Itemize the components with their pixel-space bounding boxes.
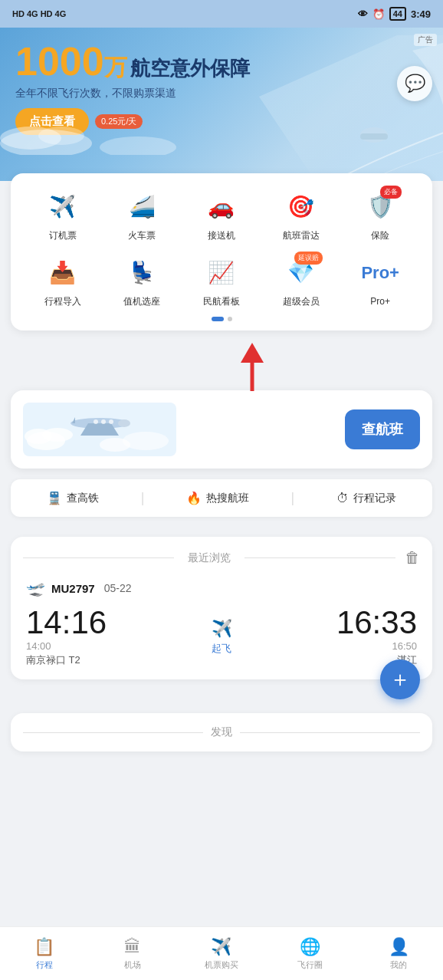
svg-rect-1	[360, 133, 388, 140]
pro-plus-icon: Pro+	[361, 265, 399, 281]
svg-point-21	[94, 419, 98, 424]
nav-mine[interactable]: 👤 我的	[354, 931, 443, 971]
right-divider	[244, 557, 395, 558]
chat-icon: 💬	[405, 74, 425, 94]
insurance-label: 保险	[371, 230, 389, 242]
plus-icon: ＋	[389, 665, 411, 694]
banner: 广告 1000 万 航空意外保障 全年不限飞行次数，不限购票渠道 点击查看 0.…	[0, 28, 443, 181]
nav-airport-icon: 🏛	[124, 937, 141, 957]
banner-price-tag: 0.25元/天	[95, 114, 143, 129]
trip-records-link[interactable]: ⏱ 行程记录	[336, 492, 396, 505]
svg-point-14	[123, 432, 169, 450]
service-grid: ✈️ 订机票 🚄 火车票 🚗 接送机 🎯 航班雷达 🛡️ 必备	[23, 189, 420, 307]
check-train-link[interactable]: 🚆 查高铁	[47, 491, 99, 505]
quick-links: 🚆 查高铁 | 🔥 热搜航班 | ⏱ 行程记录	[11, 479, 432, 517]
service-pro-plus[interactable]: Pro+ Pro+	[340, 255, 420, 308]
flight-date: 05-22	[104, 582, 132, 594]
recent-title: 最近浏览	[180, 551, 238, 565]
recent-browse-section: 最近浏览 🗑 🛫 MU2797 05-22 14:16 14:00 南京禄口 T…	[11, 537, 432, 679]
nav-airport-label: 机场	[124, 959, 141, 971]
banner-wan: 万	[104, 52, 127, 84]
flight-status-block: ✈️ 起飞	[212, 619, 232, 656]
super-vip-icon: 💎	[287, 262, 314, 284]
status-bar: HD 4G HD 4G 👁 ⏰ 44 3:49	[0, 0, 443, 28]
arrival-time: 16:33	[232, 607, 418, 639]
train-ticket-icon: 🚄	[129, 196, 156, 218]
hot-flights-link[interactable]: 🔥 热搜航班	[186, 491, 249, 505]
discover-left-divider	[23, 732, 203, 733]
departure-scheduled: 14:00	[26, 640, 212, 652]
flight-ticket-icon: ✈️	[49, 196, 76, 218]
ad-tag: 广告	[414, 34, 437, 46]
nav-flight-circle[interactable]: 🌐 飞行圈	[266, 931, 355, 971]
service-checkin-seat[interactable]: 💺 值机选座	[103, 255, 182, 308]
bottom-nav: 📋 行程 🏛 机场 ✈️ 机票购买 🌐 飞行圈 👤 我的	[0, 926, 443, 980]
svg-marker-8	[241, 343, 264, 363]
trip-records-label: 行程记录	[353, 492, 396, 505]
banner-subtitle: 航空意外保障	[130, 55, 250, 82]
status-signal: HD 4G HD 4G	[12, 9, 66, 18]
service-super-vip[interactable]: 💎 延误赔 超级会员	[261, 255, 341, 308]
banner-number: 1000	[15, 41, 104, 81]
nav-itinerary-label: 行程	[36, 959, 53, 971]
nav-mine-icon: 👤	[389, 937, 409, 957]
pickup-label: 接送机	[208, 230, 235, 242]
nav-buy-ticket-icon: ✈️	[211, 937, 231, 957]
airline-row: 🛫 MU2797 05-22	[26, 579, 417, 597]
red-arrow-icon	[233, 341, 271, 395]
banner-cta-button[interactable]: 点击查看	[15, 108, 89, 135]
nav-itinerary[interactable]: 📋 行程	[0, 931, 89, 971]
divider-2: |	[290, 490, 294, 506]
discover-section: 发现	[11, 713, 432, 751]
service-flight-radar[interactable]: 🎯 航班雷达	[261, 189, 341, 242]
nav-flight-circle-icon: 🌐	[300, 937, 320, 957]
service-flight-ticket[interactable]: ✈️ 订机票	[23, 189, 103, 242]
chat-bubble-button[interactable]: 💬	[397, 66, 432, 101]
flight-card[interactable]: 🛫 MU2797 05-22 14:16 14:00 南京禄口 T2 ✈️ 起飞…	[23, 579, 420, 667]
service-insurance[interactable]: 🛡️ 必备 保险	[340, 189, 420, 242]
svg-point-20	[101, 419, 106, 424]
aviation-board-label: 民航看板	[203, 296, 240, 308]
discover-right-divider	[240, 732, 420, 733]
hot-icon: 🔥	[186, 491, 202, 505]
departure-airport: 南京禄口 T2	[26, 653, 212, 667]
pro-plus-label: Pro+	[370, 296, 390, 308]
nav-flight-circle-label: 飞行圈	[297, 959, 323, 971]
plane-wing-bg	[259, 35, 443, 181]
insurance-icon: 🛡️	[367, 196, 394, 218]
flight-radar-icon: 🎯	[287, 196, 314, 218]
itinerary-import-icon: 📥	[49, 262, 76, 284]
aviation-board-icon: 📈	[208, 262, 235, 284]
plane-illustration-svg	[23, 403, 176, 456]
nav-airport[interactable]: 🏛 机场	[89, 931, 178, 971]
pickup-icon: 🚗	[208, 196, 235, 218]
flight-illustration	[23, 403, 345, 456]
flight-plane-icon: ✈️	[212, 619, 232, 639]
battery-level: 44	[389, 7, 406, 21]
service-pickup[interactable]: 🚗 接送机	[182, 189, 261, 242]
search-flight-button[interactable]: 查航班	[345, 409, 420, 449]
dot-1	[212, 317, 224, 321]
flight-number: MU2797	[51, 582, 95, 595]
train-icon: 🚆	[47, 491, 62, 505]
nav-buy-ticket-label: 机票购买	[205, 959, 238, 971]
flight-times-row: 14:16 14:00 南京禄口 T2 ✈️ 起飞 16:33 16:50 湛江	[26, 607, 417, 667]
check-train-label: 查高铁	[67, 492, 99, 505]
nav-itinerary-icon: 📋	[34, 937, 54, 957]
nav-buy-ticket[interactable]: ✈️ 机票购买	[177, 931, 266, 971]
service-itinerary-import[interactable]: 📥 行程导入	[23, 255, 103, 308]
fab-add-button[interactable]: ＋	[380, 659, 420, 699]
service-train-ticket[interactable]: 🚄 火车票	[103, 189, 182, 242]
train-ticket-label: 火车票	[128, 230, 156, 242]
page-dots	[23, 317, 420, 321]
super-vip-label: 超级会员	[283, 296, 320, 308]
departure-time: 14:16	[26, 607, 212, 639]
checkin-seat-label: 值机选座	[123, 296, 160, 308]
svg-point-19	[109, 419, 113, 424]
trash-icon[interactable]: 🗑	[405, 549, 420, 567]
airline-logo-icon: 🛫	[26, 579, 45, 597]
service-aviation-board[interactable]: 📈 民航看板	[182, 255, 261, 308]
alarm-icon: ⏰	[372, 8, 385, 20]
svg-point-18	[118, 419, 130, 427]
recent-section-header: 最近浏览 🗑	[23, 549, 420, 567]
